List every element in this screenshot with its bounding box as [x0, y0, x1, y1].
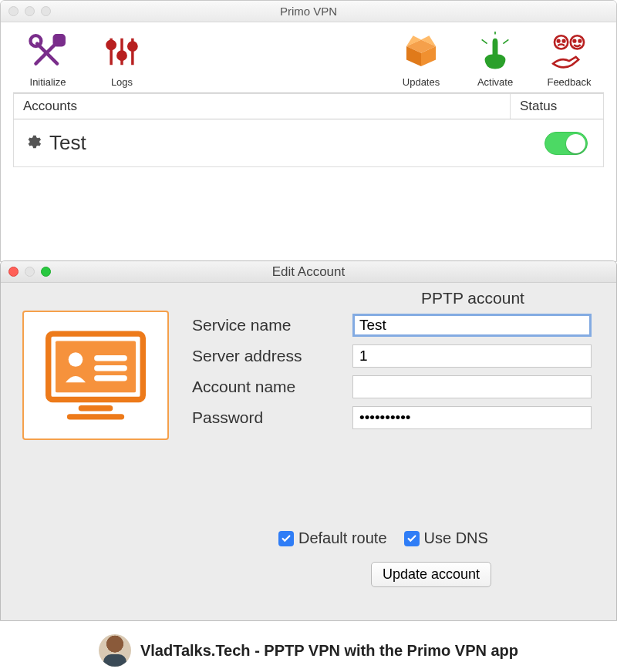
main-titlebar: Primo VPN: [1, 1, 616, 22]
checkbox-row: Default route Use DNS: [278, 529, 488, 547]
svg-point-28: [69, 352, 83, 367]
status-col-label[interactable]: Status: [511, 94, 603, 119]
default-route-label: Default route: [298, 529, 387, 547]
service-name-label: Service name: [192, 316, 352, 334]
svg-rect-1: [55, 35, 64, 45]
update-account-button[interactable]: Update account: [371, 562, 491, 587]
svg-rect-31: [94, 375, 127, 381]
svg-line-15: [482, 39, 487, 43]
svg-point-20: [563, 40, 565, 42]
svg-line-16: [503, 39, 508, 43]
server-address-label: Server address: [192, 347, 352, 365]
edit-window-title: Edit Account: [1, 264, 616, 280]
svg-rect-30: [94, 365, 127, 371]
use-dns-option[interactable]: Use DNS: [404, 529, 488, 547]
traffic-dot: [25, 6, 35, 16]
author-avatar-icon: [99, 634, 131, 667]
gear-icon: [25, 133, 42, 153]
password-input[interactable]: [352, 406, 592, 429]
svg-point-18: [555, 35, 568, 49]
main-toolbar: Initialize Logs: [1, 22, 616, 92]
password-label: Password: [192, 408, 352, 427]
main-window: Primo VPN Initialize: [0, 0, 617, 262]
caption-bar: VladTalks.Tech - PPTP VPN with the Primo…: [0, 629, 617, 672]
logs-button[interactable]: Logs: [92, 29, 152, 88]
main-window-title: Primo VPN: [1, 5, 616, 18]
svg-rect-29: [94, 355, 127, 361]
traffic-dot: [8, 6, 19, 16]
checkbox-checked-icon: [404, 531, 420, 546]
svg-point-3: [30, 35, 41, 46]
default-route-option[interactable]: Default route: [278, 529, 387, 547]
use-dns-label: Use DNS: [424, 529, 488, 547]
svg-point-23: [579, 40, 582, 42]
server-address-input[interactable]: [352, 344, 592, 368]
service-name-input[interactable]: [352, 314, 592, 337]
account-name-input[interactable]: [352, 375, 592, 398]
feedback-label: Feedback: [547, 76, 591, 88]
edit-body: PPTP account Service name Server address…: [1, 283, 616, 314]
initialize-label: Initialize: [30, 76, 66, 88]
traffic-dot: [41, 6, 51, 16]
maximize-icon[interactable]: [41, 267, 51, 277]
account-row[interactable]: Test: [13, 119, 604, 167]
svg-point-22: [574, 40, 576, 42]
feedback-icon: [546, 29, 592, 75]
updates-button[interactable]: Updates: [391, 29, 451, 88]
group-title: PPTP account: [357, 289, 588, 307]
account-illustration-icon: [22, 311, 169, 440]
updates-label: Updates: [403, 76, 440, 88]
feedback-button[interactable]: Feedback: [539, 29, 599, 88]
svg-point-19: [558, 40, 560, 42]
status-toggle[interactable]: [545, 132, 588, 155]
account-name-label: Account name: [192, 378, 352, 396]
box-icon: [398, 29, 444, 75]
touch-icon: [472, 29, 518, 75]
sliders-icon: [99, 29, 145, 75]
traffic-lights-disabled: [8, 6, 51, 16]
caption-text: VladTalks.Tech - PPTP VPN with the Primo…: [140, 642, 518, 660]
accounts-col-label[interactable]: Accounts: [14, 94, 511, 119]
tools-icon: [25, 29, 71, 75]
edit-titlebar: Edit Account: [1, 261, 616, 283]
close-icon[interactable]: [8, 267, 19, 277]
activate-label: Activate: [477, 76, 513, 88]
svg-point-9: [129, 42, 137, 50]
logs-label: Logs: [111, 76, 133, 88]
checkbox-checked-icon: [278, 531, 294, 546]
form-fields: Service name Server address Account name…: [192, 314, 592, 437]
minimize-icon: [25, 267, 35, 277]
edit-window: Edit Account PPTP account: [0, 260, 617, 621]
account-name: Test: [49, 131, 86, 155]
traffic-lights: [8, 267, 51, 277]
toggle-knob: [566, 134, 585, 153]
svg-point-5: [107, 41, 115, 49]
activate-button[interactable]: Activate: [465, 29, 525, 88]
svg-point-7: [118, 52, 126, 59]
accounts-header: Accounts Status: [13, 93, 604, 119]
accounts-list: Accounts Status Test: [13, 92, 604, 167]
initialize-button[interactable]: Initialize: [18, 29, 78, 88]
